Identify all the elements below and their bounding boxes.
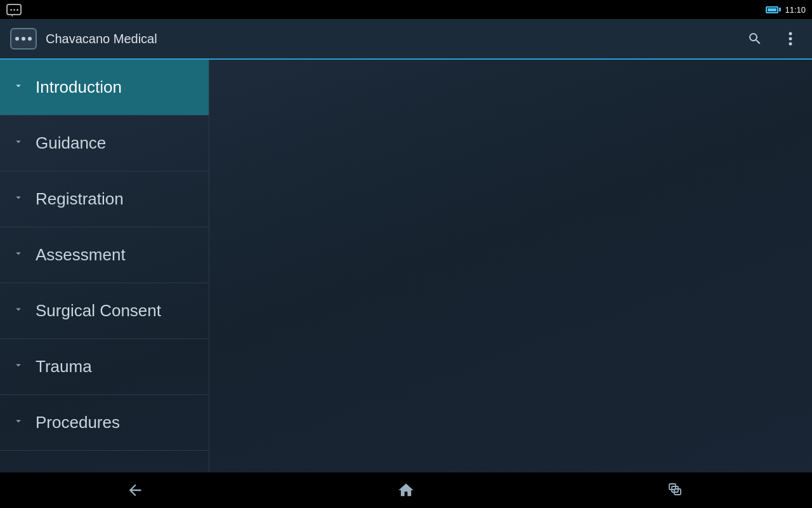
app-title: Chavacano Medical [46,32,743,46]
sidebar-item-trauma[interactable]: Trauma [0,339,209,395]
status-bar: 11:10 [0,0,812,19]
sidebar-item-procedures[interactable]: Procedures [0,395,209,451]
svg-point-0 [789,32,792,36]
recents-button[interactable] [652,478,702,503]
nav-label-surgical-consent: Surgical Consent [36,301,161,321]
app-logo [10,28,37,50]
overflow-menu-button[interactable] [779,27,802,50]
sidebar-item-registration[interactable]: Registration [0,171,209,227]
battery-icon [766,6,781,13]
logo-dots [15,37,32,41]
sidebar: IntroductionGuidanceRegistrationAssessme… [0,60,209,472]
app-bar: Chavacano Medical [0,19,812,60]
sidebar-item-surgical-consent[interactable]: Surgical Consent [0,283,209,339]
nav-label-trauma: Trauma [36,357,92,377]
bottom-bar [0,472,812,508]
sidebar-item-assessment[interactable]: Assessment [0,227,209,283]
search-button[interactable] [743,27,766,50]
clock: 11:10 [785,5,806,15]
chevron-icon-trauma [13,359,24,374]
nav-label-guidance: Guidance [36,133,106,153]
sidebar-item-guidance[interactable]: Guidance [0,116,209,171]
chevron-icon-assessment [13,248,24,262]
status-bar-right: 11:10 [766,5,806,15]
chevron-icon-procedures [13,415,24,430]
nav-label-assessment: Assessment [36,245,126,265]
sidebar-item-introduction[interactable]: Introduction [0,60,209,116]
svg-point-2 [789,43,792,46]
chevron-icon-guidance [13,136,24,150]
status-bar-left [6,4,22,15]
back-button[interactable] [110,478,160,503]
nav-label-procedures: Procedures [36,413,120,432]
chevron-icon-registration [13,192,24,206]
chevron-icon-introduction [13,80,24,95]
content-area [209,60,812,472]
app-bar-actions [743,27,802,50]
nav-label-introduction: Introduction [36,77,122,97]
nav-label-registration: Registration [36,189,124,209]
main-content: IntroductionGuidanceRegistrationAssessme… [0,60,812,472]
svg-point-1 [789,37,792,41]
notification-icon [6,4,22,15]
home-button[interactable] [381,478,431,503]
chevron-icon-surgical-consent [13,304,24,318]
